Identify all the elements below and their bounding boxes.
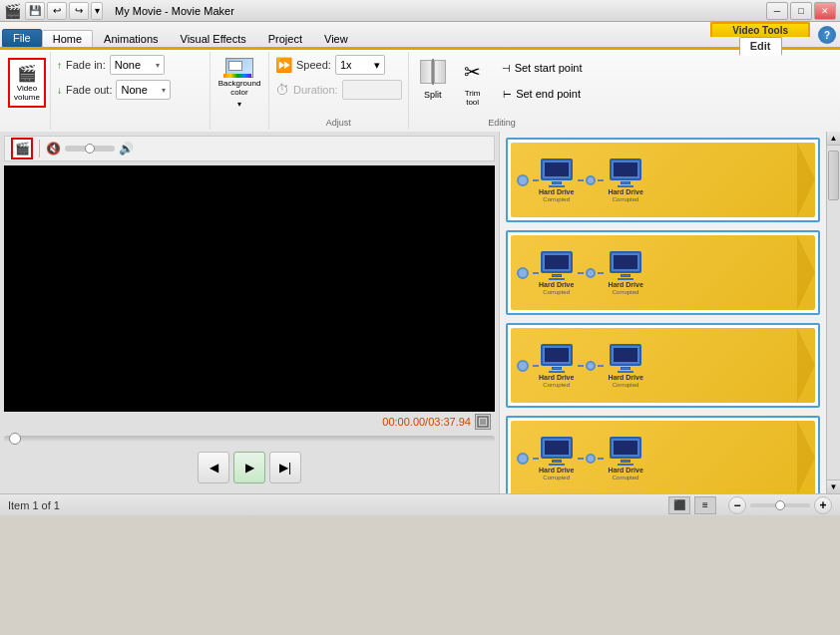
bg-color-arrow: ▾ [237,100,241,109]
tab-file[interactable]: File [2,29,42,47]
progress-bar[interactable] [4,436,495,442]
speed-arrow: ▾ [374,59,380,72]
speed-label: Speed: [296,59,331,71]
fullscreen-icon [477,416,489,428]
fade-out-label: Fade out: [66,84,112,96]
title-bar-left: 🎬 💾 ↩ ↪ ▾ My Movie - Movie Maker [4,2,234,20]
duration-row: ⏱ Duration: [275,79,402,101]
fullscreen-btn[interactable] [475,414,491,430]
tab-view[interactable]: View [313,30,359,47]
duration-icon: ⏱ [275,82,289,98]
quick-undo-btn[interactable]: ↩ [47,2,67,20]
set-start-btn[interactable]: ⊣ Set start point [495,58,590,78]
playback-controls: ◀ ▶ ▶| [4,446,495,489]
fade-in-row: ↑ Fade in: None ▾ [57,54,165,76]
time-display: 00:00.00/03:37.94 [382,416,471,428]
speed-dropdown[interactable]: 1x ▾ [335,55,385,75]
video-volume-icon-btn[interactable]: 🎬 [11,138,33,159]
volume-max-icon[interactable]: 🔊 [119,142,134,156]
volume-controls-bar: 🎬 🔇 🔊 [4,136,495,161]
close-btn[interactable]: ✕ [814,2,836,20]
set-end-btn[interactable]: ⊢ Set end point [495,84,590,104]
trim-label: Trimtool [465,90,481,108]
timeline-view-btn[interactable]: ≡ [694,496,716,514]
quick-dropdown-btn[interactable]: ▾ [91,2,103,20]
thumb-item[interactable]: Hard Drive Corrupted Hard [506,230,820,315]
minimize-btn[interactable]: ─ [766,2,788,20]
scroll-down-btn[interactable]: ▼ [827,479,840,493]
status-bar: Item 1 of 1 ⬛ ≡ − + [0,493,840,515]
duration-input [342,80,402,100]
video-area: 🎬 🔇 🔊 00:00.00/03:37.94 [0,132,499,493]
fade-out-row: ↓ Fade out: None ▾ [57,79,171,101]
split-btn[interactable]: Split [415,54,451,100]
play-btn[interactable]: ▶ [233,452,265,483]
app-icon: 🎬 [4,3,21,19]
fade-out-dropdown[interactable]: None ▾ [116,80,171,100]
editing-group-label: Editing [409,118,596,128]
scroll-thumb[interactable] [828,151,839,200]
tab-edit[interactable]: Edit [739,37,782,56]
volume-separator [39,140,40,158]
video-preview [4,165,495,412]
thumb-item[interactable]: Hard Drive Corrupted Hard [506,416,820,493]
speed-icon: ⏩ [275,57,292,73]
maximize-btn[interactable]: □ [790,2,812,20]
status-item-count: Item 1 of 1 [8,499,60,511]
scroll-up-btn[interactable]: ▲ [827,132,840,146]
quick-save-btn[interactable]: 💾 [25,2,45,20]
background-color-btn[interactable]: Backgroundcolor ▾ [214,54,264,112]
view-toggle-group: ⬛ ≡ [668,496,716,514]
progress-thumb [9,433,21,445]
fade-in-label: Fade in: [66,59,106,71]
right-panel: Hard Drive Corrupted [499,132,840,493]
thumbnail-list: Hard Drive Corrupted [500,132,826,493]
zoom-controls: − + [728,496,832,514]
trim-btn[interactable]: ✂ Trimtool [455,54,491,108]
volume-thumb [85,144,95,154]
title-bar: 🎬 💾 ↩ ↪ ▾ My Movie - Movie Maker ─ □ ✕ [0,0,840,22]
ribbon-group-speed: ⏩ Speed: 1x ▾ ⏱ Duration: Adjust [269,52,409,130]
prev-btn[interactable]: ◀ [198,452,229,483]
tab-project[interactable]: Project [257,30,313,47]
zoom-in-btn[interactable]: + [814,496,832,514]
tab-visual-effects[interactable]: Visual Effects [170,30,257,47]
quick-redo-btn[interactable]: ↪ [69,2,89,20]
tab-animations[interactable]: Animations [93,30,169,47]
ribbon-group-adjust: 🎬 Videovolume [4,52,51,130]
ribbon-group-bg: Backgroundcolor ▾ [210,52,269,130]
ribbon-help-btn[interactable]: ? [818,26,836,44]
bg-color-label: Backgroundcolor [218,80,261,98]
speed-row: ⏩ Speed: 1x ▾ [275,54,385,76]
video-volume-label: Videovolume [14,85,40,103]
zoom-out-btn[interactable]: − [728,496,746,514]
fade-in-arrow: ▾ [156,61,160,70]
background-icon [223,57,255,78]
duration-label: Duration: [293,84,338,96]
fade-in-dropdown[interactable]: None ▾ [110,55,165,75]
svg-rect-1 [480,419,486,425]
right-scrollbar: ▲ ▼ [826,132,840,493]
split-label: Split [424,90,442,100]
ribbon-group-fade: ↑ Fade in: None ▾ ↓ Fade out: None ▾ [51,52,210,130]
speed-group-label: Adjust [269,118,408,128]
title-bar-controls: ─ □ ✕ [766,2,836,20]
zoom-thumb [775,500,785,510]
video-volume-btn[interactable]: 🎬 Videovolume [8,58,46,108]
storyboard-view-btn[interactable]: ⬛ [668,496,690,514]
progress-bar-container [4,434,495,444]
next-btn[interactable]: ▶| [269,452,301,483]
thumb-item[interactable]: Hard Drive Corrupted [506,138,820,222]
contextual-group-label: Video Tools [710,22,810,37]
set-points: ⊣ Set start point ⊢ Set end point [495,54,590,104]
mute-icon[interactable]: 🔇 [46,142,61,156]
tab-home[interactable]: Home [42,30,93,47]
ribbon-group-editing: Split ✂ Trimtool ⊣ Set start point ⊢ Set… [409,52,596,130]
volume-slider[interactable] [65,146,115,152]
status-right: ⬛ ≡ − + [668,496,832,514]
fade-out-arrow: ▾ [162,86,166,95]
ribbon-content: 🎬 Videovolume ↑ Fade in: None ▾ ↓ Fade o… [0,48,840,132]
scroll-track [827,146,840,479]
zoom-slider[interactable] [750,503,810,507]
thumb-item[interactable]: Hard Drive Corrupted Hard [506,323,820,408]
